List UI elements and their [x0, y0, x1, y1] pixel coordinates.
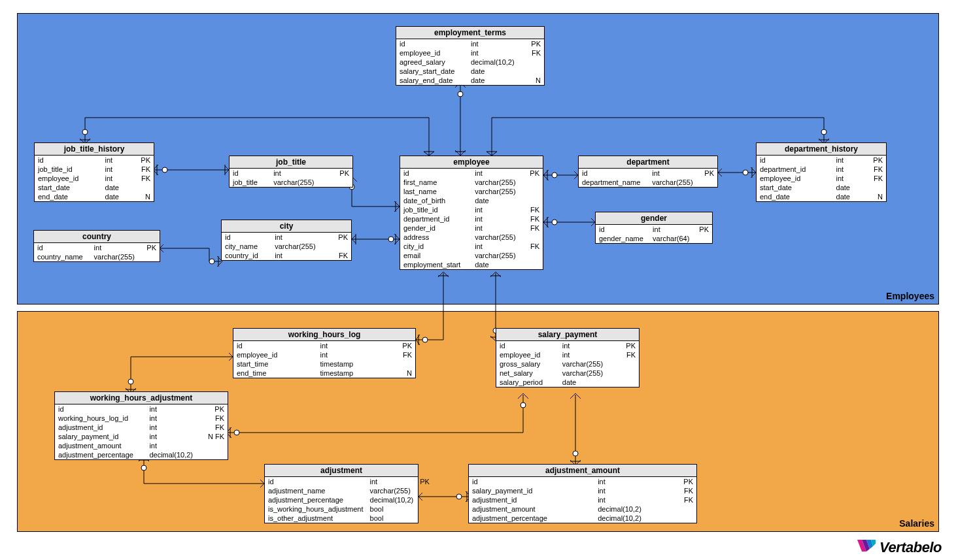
entity-columns: idintPKgender_namevarchar(64) [596, 225, 712, 243]
column-row: employee_idintFK [757, 174, 886, 183]
column-type: date [471, 260, 524, 269]
column-row: adjustment_idintFK [55, 423, 228, 432]
column-row: working_hours_log_idintFK [55, 414, 228, 423]
column-row: is_working_hours_adjustmentbool [265, 504, 433, 514]
column-key [417, 514, 433, 523]
column-row: adjustment_percentagedecimal(10,2) [265, 495, 433, 504]
column-row: adjustment_percentagedecimal(10,2) [55, 450, 228, 459]
column-row: gender_namevarchar(64) [596, 234, 712, 243]
region-employees-label: Employees [886, 291, 934, 301]
column-name: agreed_salary [396, 58, 468, 67]
column-type: varchar(255) [559, 359, 619, 369]
entity-columns: idintPKfirst_namevarchar(255)last_nameva… [400, 169, 543, 269]
column-key [695, 234, 712, 243]
column-row: employee_idintFK [35, 174, 154, 183]
column-key [524, 260, 543, 269]
entity-working_hours_adjustment[interactable]: working_hours_adjustmentidintPKworking_h… [54, 391, 228, 460]
entity-title: adjustment [265, 465, 418, 477]
entity-department[interactable]: departmentidintPKdepartment_namevarchar(… [578, 156, 718, 188]
column-row: job_title_idintFK [35, 165, 154, 174]
entity-columns: idintPKdepartment_idintFKemployee_idintF… [757, 156, 886, 201]
column-type: bool [367, 504, 417, 514]
column-key: FK [862, 165, 886, 174]
column-key [524, 196, 543, 205]
entity-salary_payment[interactable]: salary_paymentidintPKemployee_idintFKgro… [496, 328, 640, 387]
column-type: date [468, 76, 525, 85]
column-key [142, 252, 160, 261]
column-type: varchar(64) [649, 234, 695, 243]
column-type: date [833, 192, 863, 201]
column-name: country_name [34, 252, 91, 261]
column-type: decimal(10,2) [594, 514, 672, 523]
column-name: job_title_id [400, 205, 471, 214]
column-row: first_namevarchar(255) [400, 178, 543, 187]
column-key: PK [862, 156, 886, 165]
entity-title: employment_terms [396, 27, 544, 39]
column-key: PK [672, 477, 696, 486]
column-name: last_name [400, 187, 471, 196]
column-type: int [102, 165, 131, 174]
column-key [524, 233, 543, 242]
column-key: PK [700, 169, 717, 178]
entity-title: city [222, 220, 351, 233]
column-row: department_idintFK [757, 165, 886, 174]
entity-adjustment[interactable]: adjustmentidintPKadjustment_namevarchar(… [264, 464, 418, 523]
entity-job_title[interactable]: job_titleidintPKjob_titlevarchar(255) [229, 156, 353, 188]
column-key: N [862, 192, 886, 201]
column-name: date_of_birth [400, 196, 471, 205]
entity-job_title_history[interactable]: job_title_historyidintPKjob_title_idintF… [34, 142, 154, 202]
entity-department_history[interactable]: department_historyidintPKdepartment_idin… [756, 142, 887, 202]
entity-gender[interactable]: genderidintPKgender_namevarchar(64) [595, 212, 713, 244]
entity-employee[interactable]: employeeidintPKfirst_namevarchar(255)las… [400, 156, 543, 270]
column-type: int [471, 242, 524, 251]
column-key: PK [387, 341, 416, 350]
column-key [387, 359, 416, 369]
column-type: date [471, 196, 524, 205]
entity-title: department [579, 156, 717, 169]
column-key: FK [672, 495, 696, 504]
entity-columns: idintPKadjustment_namevarchar(255)adjust… [265, 477, 433, 523]
entity-country[interactable]: countryidintPKcountry_namevarchar(255) [33, 230, 160, 262]
column-name: department_id [757, 165, 833, 174]
column-row: idintPK [469, 477, 696, 486]
column-name: working_hours_log_id [55, 414, 146, 423]
column-name: id [469, 477, 594, 486]
entity-employment_terms[interactable]: employment_termsidintPKemployee_idintFKa… [396, 26, 545, 86]
column-row: idintPK [265, 477, 433, 486]
column-key: FK [524, 214, 543, 223]
column-name: salary_payment_id [469, 486, 594, 495]
column-key [524, 187, 543, 196]
column-key: FK [525, 48, 544, 58]
column-row: salary_end_datedateN [396, 76, 544, 85]
column-key [619, 378, 639, 387]
column-key: FK [131, 174, 154, 183]
column-type: int [468, 48, 525, 58]
column-key [672, 514, 696, 523]
column-name: end_date [757, 192, 833, 201]
column-name: employee_id [396, 48, 468, 58]
column-type: int [271, 251, 331, 260]
column-name: id [496, 341, 559, 350]
column-type: int [471, 214, 524, 223]
column-row: idintPK [230, 169, 352, 178]
column-type: int [594, 495, 672, 504]
column-key: PK [619, 341, 639, 350]
column-name: id [230, 169, 270, 178]
column-row: country_idintFK [222, 251, 351, 260]
column-name: adjustment_amount [55, 441, 146, 450]
column-type: int [649, 169, 700, 178]
column-row: addressvarchar(255) [400, 233, 543, 242]
column-row: idintPK [35, 156, 154, 165]
column-type: int [146, 432, 201, 441]
column-name: gross_salary [496, 359, 559, 369]
entity-columns: idintPKdepartment_namevarchar(255) [579, 169, 717, 187]
column-key: N [387, 369, 416, 378]
column-key: FK [524, 205, 543, 214]
column-name: adjustment_id [469, 495, 594, 504]
column-name: start_time [233, 359, 316, 369]
column-key: PK [695, 225, 712, 234]
entity-city[interactable]: cityidintPKcity_namevarchar(255)country_… [221, 220, 352, 261]
entity-working_hours_log[interactable]: working_hours_logidintPKemployee_idintFK… [233, 328, 416, 378]
entity-adjustment_amount[interactable]: adjustment_amountidintPKsalary_payment_i… [468, 464, 697, 523]
column-key: FK [524, 223, 543, 233]
